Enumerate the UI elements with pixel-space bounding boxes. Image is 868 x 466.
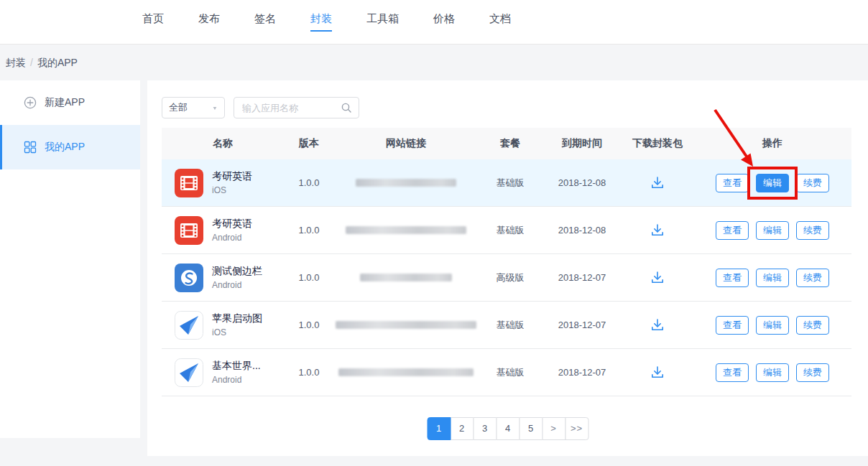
nav-tab-label: 首页	[142, 12, 164, 32]
nav-tab-home[interactable]: 首页	[142, 0, 164, 45]
app-plan: 基础版	[478, 319, 542, 332]
table-header-row: 名称 版本 网站链接 套餐 到期时间 下载封装包 操作	[162, 128, 851, 159]
search-input[interactable]	[241, 102, 341, 114]
nav-tab-price[interactable]: 价格	[433, 0, 455, 45]
header-version: 版本	[284, 137, 334, 150]
renew-button[interactable]: 续费	[796, 174, 829, 192]
nav-tab-label: 发布	[198, 12, 220, 32]
edit-button[interactable]: 编辑	[756, 221, 789, 240]
header-actions: 操作	[693, 137, 851, 150]
table-row: 基本世界... Android 1.0.0 基础版 2018-12-07 查看 …	[162, 349, 851, 396]
expiry-date: 2018-12-08	[542, 225, 622, 236]
expiry-date: 2018-12-08	[542, 177, 622, 188]
nav-tab-package[interactable]: 封装	[310, 0, 332, 45]
toolbar: 全部 ▼	[162, 97, 359, 118]
nav-tab-label: 文档	[489, 12, 511, 32]
nav-tab-docs[interactable]: 文档	[489, 0, 511, 45]
page-3[interactable]: 3	[473, 417, 497, 440]
masked-url	[338, 368, 474, 376]
app-version: 1.0.0	[284, 225, 334, 236]
paper-plane-icon	[175, 311, 203, 340]
breadcrumb-package[interactable]: 封装	[6, 57, 26, 68]
header-link: 网站链接	[334, 137, 478, 150]
masked-url	[356, 179, 456, 187]
page-2[interactable]: 2	[450, 417, 474, 440]
edit-button[interactable]: 编辑	[756, 363, 789, 382]
download-icon[interactable]	[650, 270, 665, 286]
view-button[interactable]: 查看	[716, 221, 749, 240]
nav-tab-label: 签名	[254, 12, 276, 32]
expiry-date: 2018-12-07	[542, 320, 622, 330]
chevron-down-icon: ▼	[212, 105, 218, 111]
pagination: 1 2 3 4 5 > >>	[427, 417, 588, 440]
edit-button[interactable]: 编辑	[756, 269, 789, 287]
breadcrumb-my-app: 我的APP	[37, 57, 78, 68]
search-box	[234, 97, 359, 118]
header-name: 名称	[162, 137, 284, 150]
film-icon	[175, 216, 203, 245]
view-button[interactable]: 查看	[716, 316, 749, 335]
nav-tab-toolbox[interactable]: 工具箱	[366, 0, 399, 45]
film-icon	[175, 169, 203, 197]
header-plan: 套餐	[478, 137, 542, 150]
masked-url	[360, 274, 452, 281]
page-1[interactable]: 1	[427, 417, 451, 440]
nav-tab-publish[interactable]: 发布	[198, 0, 220, 45]
page-4[interactable]: 4	[496, 417, 520, 440]
app-name: 基本世界...	[212, 360, 261, 373]
breadcrumb-separator: /	[30, 57, 33, 68]
paper-plane-icon	[175, 358, 203, 387]
expiry-date: 2018-12-07	[542, 367, 622, 378]
edit-button[interactable]: 编辑	[756, 316, 789, 335]
renew-button[interactable]: 续费	[796, 221, 829, 240]
table-row: 考研英语 iOS 1.0.0 基础版 2018-12-08 查看 编辑 续费	[162, 159, 851, 207]
download-icon[interactable]	[650, 175, 665, 191]
app-platform: iOS	[212, 327, 262, 337]
sidebar: 新建APP 我的APP	[0, 80, 140, 438]
search-icon[interactable]	[341, 102, 352, 113]
download-icon[interactable]	[650, 365, 665, 381]
plus-circle-icon	[24, 96, 37, 109]
sidebar-item-my-app[interactable]: 我的APP	[0, 125, 140, 169]
nav-tab-label: 封装	[310, 12, 332, 32]
app-plan: 基础版	[478, 224, 542, 237]
renew-button[interactable]: 续费	[796, 269, 829, 287]
app-name: 苹果启动图	[212, 312, 262, 325]
filter-dropdown[interactable]: 全部 ▼	[162, 97, 225, 118]
app-platform: Android	[212, 233, 252, 243]
download-icon[interactable]	[650, 223, 665, 238]
table-row: 测试侧边栏 Android 1.0.0 高级版 2018-12-07 查看 编辑…	[162, 254, 851, 302]
sidebar-item-label: 我的APP	[45, 141, 85, 154]
edit-button[interactable]: 编辑	[756, 174, 789, 192]
renew-button[interactable]: 续费	[796, 363, 829, 382]
app-version: 1.0.0	[284, 367, 334, 378]
main-panel: 全部 ▼ 名称 版本 网站链接 套餐 到期时间 下载封装包 操作	[147, 80, 868, 456]
download-icon[interactable]	[650, 317, 665, 333]
page-5[interactable]: 5	[519, 417, 542, 440]
masked-url	[336, 321, 476, 329]
view-button[interactable]: 查看	[716, 363, 749, 382]
app-table: 名称 版本 网站链接 套餐 到期时间 下载封装包 操作 考研英语 iOS	[162, 128, 851, 396]
app-plan: 基础版	[478, 177, 542, 190]
table-row: 考研英语 Android 1.0.0 基础版 2018-12-08 查看 编辑 …	[162, 207, 851, 254]
nav-tab-sign[interactable]: 签名	[254, 0, 276, 45]
nav-tab-label: 工具箱	[366, 12, 399, 32]
page-next-button[interactable]: >	[542, 417, 565, 440]
app-name: 考研英语	[212, 170, 252, 183]
app-platform: Android	[212, 280, 262, 290]
expiry-date: 2018-12-07	[542, 272, 622, 283]
view-button[interactable]: 查看	[716, 269, 749, 287]
renew-button[interactable]: 续费	[796, 316, 829, 335]
view-button[interactable]: 查看	[716, 174, 749, 192]
app-plan: 高级版	[478, 271, 542, 284]
filter-selected-value: 全部	[169, 101, 188, 114]
header-download: 下载封装包	[622, 137, 693, 150]
page-last-button[interactable]: >>	[565, 417, 588, 440]
masked-url	[346, 226, 466, 234]
grid-icon	[24, 141, 37, 154]
top-nav: 首页 发布 签名 封装 工具箱 价格 文档	[0, 0, 868, 45]
breadcrumb: 封装/我的APP	[0, 45, 78, 80]
app-version: 1.0.0	[284, 177, 334, 188]
sidebar-item-new-app[interactable]: 新建APP	[0, 80, 140, 125]
app-version: 1.0.0	[284, 320, 334, 330]
